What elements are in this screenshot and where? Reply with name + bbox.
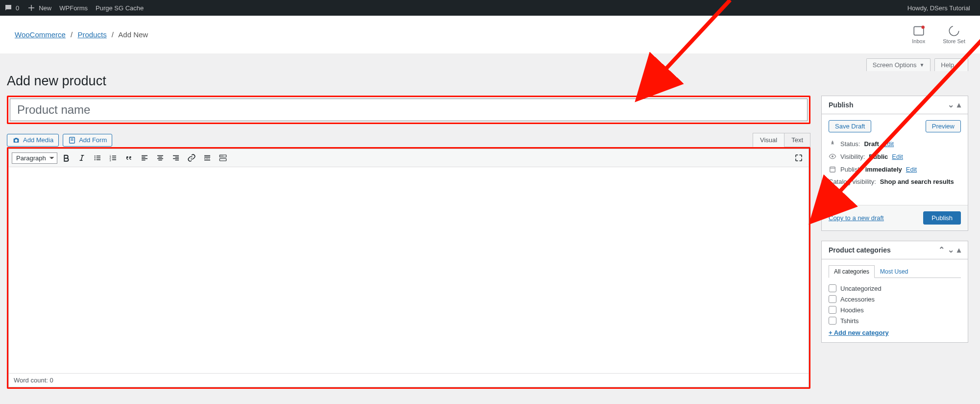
bullet-list-button[interactable] [91, 151, 104, 165]
align-left-button[interactable] [138, 151, 151, 165]
category-item[interactable]: Accessories [829, 294, 961, 304]
add-media-button[interactable]: Add Media [7, 134, 59, 147]
toolbar-toggle-button[interactable] [216, 151, 230, 165]
svg-point-2 [949, 26, 959, 36]
copy-draft-link[interactable]: Copy to a new draft [829, 214, 884, 222]
svg-point-15 [221, 156, 222, 157]
add-category-link[interactable]: + Add new category [829, 329, 889, 336]
category-label: Uncategorized [840, 285, 882, 292]
chevron-down-icon: ▼ [919, 62, 924, 68]
edit-schedule-link[interactable]: Edit [906, 166, 917, 173]
categories-metabox: Product categories ⌃⌄▴ All categories Mo… [821, 241, 968, 343]
adminbar-howdy[interactable]: Howdy, DSers Tutorial [907, 4, 976, 12]
edit-catalog-link[interactable]: Edit [829, 189, 839, 197]
category-item[interactable]: Hoodies [829, 304, 961, 315]
editor-statusbar: Word count: 0 [9, 373, 808, 387]
status-row: Status: Draft Edit [829, 137, 961, 150]
calendar-icon [829, 165, 836, 173]
category-label: Hoodies [840, 306, 864, 314]
edit-status-link[interactable]: Edit [883, 140, 894, 148]
svg-rect-13 [220, 159, 226, 161]
breadcrumb: WooCommerce / Products / Add New [15, 30, 148, 39]
editor-canvas[interactable] [9, 167, 808, 373]
category-item[interactable]: Tshirts [829, 315, 961, 326]
blockquote-button[interactable] [122, 151, 136, 165]
add-form-button[interactable]: Add Form [63, 134, 112, 147]
word-count-value: 0 [49, 377, 53, 384]
svg-point-6 [95, 155, 96, 156]
category-label: Accessories [840, 296, 875, 303]
chevron-down-icon[interactable]: ⌄ [948, 246, 954, 254]
adminbar-purge[interactable]: Purge SG Cache [96, 4, 144, 12]
comment-icon [4, 3, 13, 12]
title-highlight [7, 96, 810, 124]
svg-point-7 [95, 157, 96, 158]
editor: Paragraph 123 [8, 149, 809, 387]
svg-point-16 [222, 156, 223, 157]
pin-icon [829, 140, 836, 148]
breadcrumb-woocommerce[interactable]: WooCommerce [15, 30, 66, 39]
editor-tab-text[interactable]: Text [784, 133, 810, 147]
svg-point-17 [832, 155, 833, 157]
category-checkbox[interactable] [829, 306, 836, 314]
category-checkbox[interactable] [829, 295, 836, 303]
chevron-up-icon[interactable]: ▴ [957, 101, 961, 109]
publish-button[interactable]: Publish [923, 211, 961, 225]
cat-tab-all[interactable]: All categories [829, 265, 875, 278]
adminbar-wpforms[interactable]: WPForms [59, 4, 88, 12]
subheader: WooCommerce / Products / Add New Inbox S… [0, 16, 980, 53]
comment-count: 0 [16, 4, 19, 12]
screen-options-tab[interactable]: Screen Options▼ [866, 58, 931, 71]
publish-title[interactable]: Publish ⌄▴ [822, 96, 968, 114]
breadcrumb-current: Add New [118, 30, 148, 39]
admin-bar: 0 New WPForms Purge SG Cache Howdy, DSer… [0, 0, 980, 16]
categories-title[interactable]: Product categories ⌃⌄▴ [822, 241, 968, 259]
cat-tab-most-used[interactable]: Most Used [875, 265, 913, 278]
fullscreen-button[interactable] [792, 151, 806, 165]
adminbar-new-label: New [39, 4, 51, 12]
bold-button[interactable] [59, 151, 73, 165]
chevron-up-icon[interactable]: ▴ [957, 246, 961, 254]
help-tab[interactable]: Help▼ [934, 58, 968, 71]
preview-button[interactable]: Preview [926, 120, 961, 132]
adminbar-comments[interactable]: 0 [4, 3, 19, 12]
camera-icon [12, 136, 20, 144]
edit-visibility-link[interactable]: Edit [892, 153, 903, 160]
form-icon [68, 136, 76, 144]
store-setup-button[interactable]: Store Set [943, 25, 965, 44]
category-checkbox[interactable] [829, 317, 836, 325]
page-title: Add new product [7, 74, 968, 89]
inbox-button[interactable]: Inbox [912, 25, 925, 44]
schedule-row: Publish immediately Edit [829, 163, 961, 176]
svg-rect-18 [830, 167, 835, 172]
breadcrumb-products[interactable]: Products [77, 30, 106, 39]
align-center-button[interactable] [153, 151, 167, 165]
category-label: Tshirts [840, 317, 859, 325]
spinner-icon [948, 25, 960, 37]
category-list: UncategorizedAccessoriesHoodiesTshirts [829, 283, 961, 326]
visibility-row: Visibility: Public Edit [829, 150, 961, 163]
svg-point-14 [220, 156, 221, 157]
product-name-input[interactable] [10, 99, 808, 121]
chevron-up-icon[interactable]: ⌃ [938, 246, 945, 254]
svg-point-1 [921, 25, 925, 29]
numbered-list-button[interactable]: 123 [106, 151, 120, 165]
chevron-down-icon: ▼ [957, 62, 962, 68]
italic-button[interactable] [75, 151, 89, 165]
align-right-button[interactable] [169, 151, 183, 165]
adminbar-new[interactable]: New [27, 3, 51, 12]
svg-text:3: 3 [110, 159, 111, 162]
category-checkbox[interactable] [829, 284, 836, 292]
link-button[interactable] [185, 151, 198, 165]
publish-metabox: Publish ⌄▴ Save Draft Preview Status: Dr… [821, 96, 968, 231]
editor-toolbar: Paragraph 123 [9, 149, 808, 167]
readmore-button[interactable] [200, 151, 214, 165]
plus-icon [27, 3, 36, 12]
svg-point-8 [95, 159, 96, 160]
chevron-down-icon[interactable]: ⌄ [948, 101, 954, 109]
save-draft-button[interactable]: Save Draft [829, 120, 871, 132]
editor-tab-visual[interactable]: Visual [753, 133, 784, 147]
format-select[interactable]: Paragraph [12, 152, 57, 164]
category-item[interactable]: Uncategorized [829, 283, 961, 294]
inbox-icon [912, 25, 925, 37]
